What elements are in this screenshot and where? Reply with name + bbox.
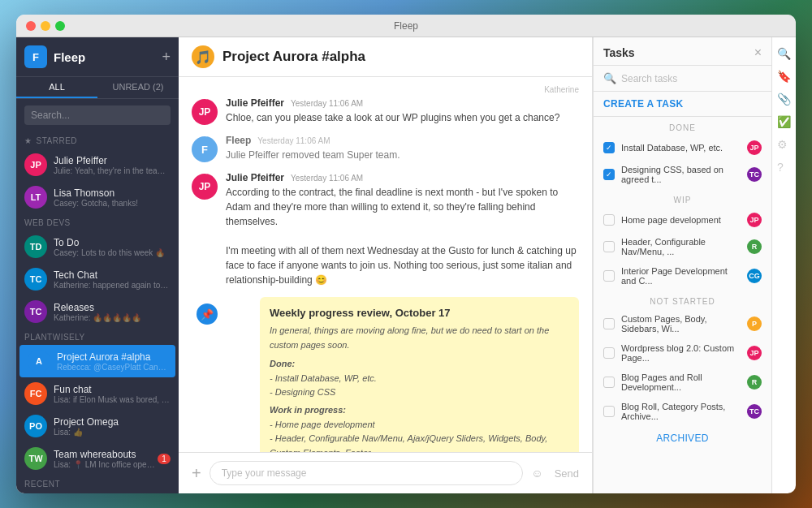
task-assignee-avatar: TC	[747, 404, 762, 419]
assigned-label: Katherine	[192, 85, 579, 94]
tasks-search-input[interactable]	[621, 73, 762, 84]
attachment-icon[interactable]: 📎	[775, 91, 793, 107]
weekly-review-box: Weekly progress review, October 17 In ge…	[260, 297, 579, 452]
app-window: Fleep F Fleep + ALL UNREAD (2) ★ STARRED	[16, 15, 796, 493]
sidebar-item-aurora[interactable]: A Project Aurora #alpha Rebecca: @CaseyP…	[19, 345, 175, 377]
add-conversation-button[interactable]: +	[162, 49, 171, 66]
message-meta: Julie Pfeiffer Yesterday 11:06 AM	[226, 97, 579, 109]
section-label: PLANTWISELY	[24, 333, 85, 342]
task-label: Blog Pages and Roll Development...	[621, 372, 741, 392]
send-button[interactable]: Send	[555, 467, 579, 480]
add-attachment-button[interactable]: +	[192, 464, 201, 483]
task-checkbox[interactable]: ✓	[603, 169, 615, 180]
avatar: PO	[24, 415, 47, 437]
task-item: Header, Configurable Nav/Menu, ... R	[594, 232, 771, 261]
avatar: TC	[24, 300, 47, 323]
sidebar-item-funchat[interactable]: FC Fun chat Lisa: if Elon Musk was bored…	[16, 377, 179, 410]
chat-title: Project Aurora #alpha	[222, 49, 365, 65]
conversation-preview: Rebecca: @CaseyPlatt Can you take	[57, 363, 167, 372]
bookmark-icon[interactable]: 🔖	[775, 68, 793, 84]
message-input[interactable]	[209, 461, 524, 485]
conversation-name: To Do	[54, 237, 171, 248]
tab-all[interactable]: ALL	[16, 77, 97, 98]
create-task-button[interactable]: CREATE A TASK	[594, 92, 771, 117]
task-checkbox[interactable]	[603, 318, 615, 329]
sidebar-item-omega[interactable]: PO Project Omega Lisa: 👍	[16, 410, 179, 442]
task-assignee-avatar: JP	[747, 346, 762, 360]
task-checkbox[interactable]	[603, 406, 615, 417]
sidebar-search-container	[16, 99, 179, 131]
sidebar-item-whereabouts[interactable]: TW Team whereabouts Lisa: 📍 LM Inc offic…	[16, 442, 179, 475]
task-item: ✓ Install Database, WP, etc. JP	[594, 136, 771, 160]
message-content: Julie Pfeiffer Yesterday 11:06 AM Chloe,…	[226, 97, 579, 125]
section-plantwisely: PLANTWISELY	[16, 328, 179, 345]
sidebar-item-peter[interactable]: P Peter Casey: No prob 😊	[16, 492, 179, 493]
sidebar-item-text: Julie Pfeiffer Julie: Yeah, they're in t…	[54, 155, 171, 175]
task-label: Wordpress blog 2.0: Custom Page...	[621, 343, 741, 363]
contact-name: Lisa Thomson	[54, 187, 171, 199]
message-time: Yesterday 11:06 AM	[291, 99, 363, 108]
sidebar-item-text: Team whereabouts Lisa: 📍 LM Inc office o…	[54, 449, 158, 469]
avatar: JP	[192, 99, 218, 125]
check-circle-icon[interactable]: ✅	[775, 114, 793, 130]
avatar: F	[192, 136, 218, 162]
close-button[interactable]	[26, 21, 36, 31]
sidebar-item-text: Project Aurora #alpha Rebecca: @CaseyPla…	[57, 351, 167, 372]
search-icon[interactable]: 🔍	[775, 45, 793, 62]
sidebar-item-julie[interactable]: JP Julie Pfeiffer Julie: Yeah, they're i…	[16, 149, 179, 181]
app-name: Fleep	[54, 50, 162, 64]
sidebar-search-input[interactable]	[24, 105, 171, 125]
minimize-button[interactable]	[41, 21, 50, 31]
tasks-header: Tasks ×	[594, 37, 771, 66]
task-assignee-avatar: R	[747, 239, 762, 254]
task-checkbox[interactable]	[603, 270, 615, 282]
section-label: WEB DEVS	[24, 218, 71, 227]
app-logo: F	[24, 45, 47, 68]
avatar: JP	[24, 153, 47, 176]
app-body: F Fleep + ALL UNREAD (2) ★ STARRED JP Ju…	[16, 37, 796, 493]
task-label: Blog Roll, Category Posts, Archive...	[621, 402, 741, 421]
message-time: Yesterday 11:06 AM	[291, 174, 363, 183]
task-label: Interior Page Development and C...	[621, 266, 741, 286]
sidebar-item-lisa[interactable]: LT Lisa Thomson Casey: Gotcha, thanks!	[16, 181, 179, 213]
emoji-icon[interactable]: ☺	[531, 467, 542, 480]
chat-message: JP Julie Pfeiffer Yesterday 11:06 AM Chl…	[192, 97, 579, 125]
weekly-review-wip: Work in progress: - Home page developmen…	[270, 403, 569, 452]
avatar: A	[28, 350, 50, 372]
traffic-lights	[26, 21, 65, 31]
tasks-close-button[interactable]: ×	[754, 45, 762, 60]
titlebar: Fleep	[16, 15, 796, 37]
sidebar-item-text: Releases Katherine: 🔥🔥🔥🔥🔥	[54, 302, 171, 322]
avatar: LT	[24, 186, 47, 209]
star-icon: ★	[24, 136, 32, 145]
task-checkbox[interactable]	[603, 347, 615, 359]
task-item: Custom Pages, Body, Sidebars, Wi... P	[594, 309, 771, 338]
task-checkbox[interactable]	[603, 214, 615, 226]
sidebar-item-todo[interactable]: TD To Do Casey: Lots to do this week 🔥	[16, 230, 179, 263]
tab-unread[interactable]: UNREAD (2)	[97, 77, 179, 98]
tasks-section-done: DONE	[594, 117, 771, 136]
archived-button[interactable]: ARCHIVED	[594, 426, 771, 450]
task-label: Home page development	[621, 215, 741, 225]
sidebar-item-text: Project Omega Lisa: 👍	[54, 416, 171, 437]
contact-name: Julie Pfeiffer	[54, 155, 171, 166]
conversation-preview: Lisa: 📍 LM Inc office opening pa...	[54, 460, 158, 469]
conversation-name: Tech Chat	[54, 269, 171, 281]
task-item: ✓ Designing CSS, based on agreed t... TC	[594, 160, 771, 189]
sidebar-item-techchat[interactable]: TC Tech Chat Katherine: happened again t…	[16, 263, 179, 295]
search-icon: 🔍	[603, 72, 616, 84]
chat-input-bar: + ☺ Send	[179, 452, 592, 493]
task-checkbox[interactable]: ✓	[603, 142, 615, 153]
message-sender: Julie Pfeiffer	[226, 172, 284, 183]
section-starred: ★ STARRED	[16, 131, 179, 149]
question-icon[interactable]: ?	[775, 159, 793, 175]
task-checkbox[interactable]	[603, 377, 615, 388]
maximize-button[interactable]	[55, 21, 65, 31]
chat-messages: Katherine JP Julie Pfeiffer Yesterday 11…	[179, 77, 592, 452]
sidebar-header: F Fleep +	[16, 37, 179, 77]
sidebar-item-releases[interactable]: TC Releases Katherine: 🔥🔥🔥🔥🔥	[16, 295, 179, 328]
task-label: Custom Pages, Body, Sidebars, Wi...	[621, 314, 741, 334]
gear-icon[interactable]: ⚙	[775, 136, 793, 153]
task-checkbox[interactable]	[603, 241, 615, 252]
message-meta: Julie Pfeiffer Yesterday 11:06 AM	[226, 172, 579, 183]
